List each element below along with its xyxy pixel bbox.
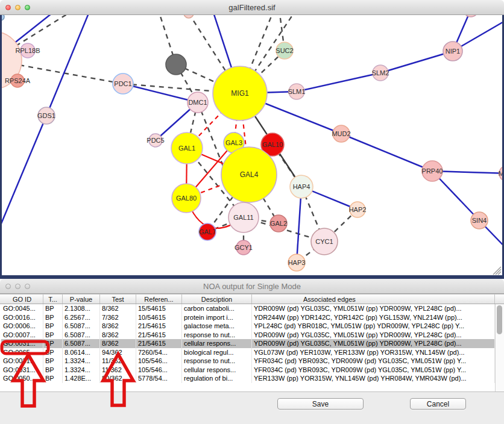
table-scrollbar[interactable] (495, 304, 504, 391)
network-node-HAP3[interactable] (288, 254, 305, 271)
zoom-button[interactable] (25, 5, 30, 10)
cell-test: 11/362 (100, 357, 136, 366)
network-node-CYC1[interactable] (311, 228, 338, 255)
network-node-TOPR[interactable] (464, 15, 478, 17)
network-canvas[interactable]: RPL18BRPS24AGDS1PDC1PDC5DMC1MIG1SUC2SLM1… (0, 15, 504, 279)
cell-type: BP (43, 313, 63, 322)
column-header-p_value[interactable]: P-value (63, 295, 100, 304)
network-edge-PRP40-MSL5 (432, 171, 504, 173)
network-node-SLM1[interactable] (289, 84, 304, 99)
network-node-GAL2[interactable] (270, 215, 287, 232)
network-node-GAL1[interactable] (171, 132, 203, 164)
network-node-PDC5[interactable] (149, 134, 162, 147)
cell-p_value: 1.3324... (63, 366, 100, 375)
cell-type: BP (43, 331, 63, 340)
scrollbar-thumb[interactable] (497, 305, 502, 334)
table-row[interactable]: GO:0045...BP2.1308...8/36215/54615carbon… (1, 304, 495, 313)
table-row[interactable]: GO:0006...BP6.5087...8/36221/54615galact… (1, 322, 495, 331)
cell-go_id: GO:0031... (1, 366, 43, 375)
cell-p_value: 1.428E... (63, 374, 100, 383)
cell-go_id: GO:0065... (1, 348, 43, 357)
network-edge-GDS1-A2 (0, 116, 46, 226)
network-window: galFiltered.sif RPL18BRPS24AGDS1PDC1PDC5… (0, 0, 504, 279)
table-row[interactable]: GO:0007...BP6.5087...8/36221/54615respon… (1, 331, 495, 340)
save-button[interactable]: Save (277, 398, 364, 410)
network-node-MUD2[interactable] (333, 125, 350, 142)
minimize-button[interactable] (15, 284, 20, 289)
button-panel: Save Cancel (0, 391, 504, 424)
cell-description: response to nut... (182, 331, 252, 340)
cell-test: 7/362 (100, 313, 136, 322)
cell-edges: YER133W (pp) YOR315W, YNL145W (pd) YHR08… (252, 374, 495, 383)
cell-type: BP (43, 374, 63, 383)
cell-p_value: 2.1308... (63, 304, 100, 313)
table-row[interactable]: GO:0031...BP1.3324...11/362105/546...res… (1, 357, 495, 366)
table-header: GO IDT...P-valueTestReferen...Desciption… (0, 294, 504, 304)
cell-type: BP (43, 304, 63, 313)
column-header-description[interactable]: Desciption (182, 295, 252, 304)
column-header-go_id[interactable]: GO ID (1, 295, 43, 304)
network-node-NIP1[interactable] (443, 42, 462, 61)
table-row[interactable]: GO:0065...BP8.0614...94/3627260/54...bio… (1, 348, 495, 357)
cancel-button[interactable]: Cancel (410, 398, 466, 410)
network-node-SIN4[interactable] (471, 212, 488, 229)
cell-edges: YPL248C (pd) YBR018C, YML051W (pp) YDR00… (252, 322, 495, 331)
cell-edges: YDR009W (pd) YGL035C, YML051W (pp) YDR00… (252, 331, 495, 340)
cell-edges: YDR009W (pd) YGL035C, YML051W (pp) YDR00… (252, 339, 495, 348)
noa-window-title: NOA output for Single Mode (203, 282, 301, 291)
network-edge-SLM2-NIP1 (380, 51, 453, 73)
network-node-RPS24A[interactable] (11, 74, 24, 87)
network-node-PRP40[interactable] (422, 161, 443, 181)
close-button[interactable] (5, 5, 11, 10)
cell-description: regulation of bi... (182, 374, 252, 383)
network-node-GAL80[interactable] (172, 184, 201, 213)
cell-edges: YDR244W (pp) YDR142C, YDR142C (pp) YGL15… (252, 313, 495, 322)
cell-description: cellular respons... (182, 366, 252, 375)
network-node-GAL11[interactable] (228, 202, 259, 232)
table-row[interactable]: GO:0050...BP1.428E...80/3625778/54...reg… (1, 374, 495, 383)
table-row[interactable]: GO:0031...BP1.3324...11/362105/546...cel… (1, 366, 495, 375)
cell-reference: 105/546... (136, 366, 182, 375)
network-node-SLM2[interactable] (373, 65, 388, 81)
network-edge-A1-GDS1 (46, 15, 90, 116)
cell-test: 8/362 (100, 331, 136, 340)
column-header-edges[interactable]: Associated edges (252, 295, 495, 304)
cell-reference: 105/546... (136, 357, 182, 366)
cell-edges: YGL073W (pd) YER103W, YER133W (pp) YOR31… (252, 348, 495, 357)
cell-edges: YFR034C (pd) YBR093C, YDR009W (pd) YGL03… (252, 366, 495, 375)
cell-type: BP (43, 322, 63, 331)
cell-p_value: 6.5087... (63, 339, 100, 348)
cell-go_id: GO:0006... (1, 322, 43, 331)
network-node-GRAY[interactable] (166, 54, 186, 75)
network-edge-MUD2-PRP40 (341, 134, 432, 171)
network-node-HAP2[interactable] (350, 202, 365, 217)
network-node-PDC1[interactable] (113, 73, 133, 94)
cell-type: BP (43, 366, 63, 375)
cell-reference: 15/54615 (136, 304, 182, 313)
network-node-GDS1[interactable] (38, 107, 55, 124)
close-button[interactable] (5, 284, 11, 289)
cell-description: carbon cataboli... (182, 304, 252, 313)
network-window-titlebar: galFiltered.sif (0, 0, 504, 15)
column-header-test[interactable]: Test (100, 295, 136, 304)
network-window-title: galFiltered.sif (228, 3, 275, 12)
cell-reference: 10/54615 (136, 313, 182, 322)
cell-go_id: GO:0050... (1, 374, 43, 383)
table-row[interactable]: GO:0016...BP6.2567...7/36210/54615protei… (1, 313, 495, 322)
network-node-GAL7[interactable] (199, 223, 216, 240)
cell-edges: YDR009W (pd) YGL035C, YML051W (pp) YDR00… (252, 304, 495, 313)
column-header-reference[interactable]: Referen... (136, 295, 182, 304)
table-row-selected[interactable]: GO:0031...BP6.5087...8/36221/54615cellul… (1, 339, 495, 348)
network-node-DMC1[interactable] (187, 92, 208, 113)
minimize-button[interactable] (15, 5, 20, 10)
network-node-TOPM[interactable] (184, 15, 194, 18)
network-node-HAP4[interactable] (290, 175, 313, 198)
network-node-RPL18B[interactable] (20, 43, 35, 58)
column-header-type[interactable]: T... (43, 295, 63, 304)
network-node-SUC2[interactable] (276, 42, 293, 59)
zoom-button[interactable] (25, 284, 30, 289)
network-node-GCY1[interactable] (236, 240, 251, 255)
network-node-MIG1[interactable] (213, 66, 267, 120)
header-scrollbar-corner (495, 295, 503, 304)
network-node-GAL4[interactable] (221, 147, 277, 202)
